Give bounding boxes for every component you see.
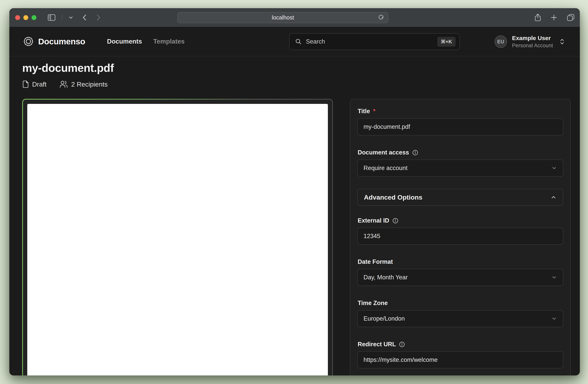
browser-window: localhost xyxy=(9,8,580,375)
external-id-input[interactable] xyxy=(357,228,563,245)
status-text: Draft xyxy=(32,80,46,88)
chevron-down-icon xyxy=(551,165,557,171)
documenso-app: Documenso Documents Templates Search ⌘+K… xyxy=(9,27,580,375)
tab-overview-icon[interactable] xyxy=(567,14,575,21)
advanced-options-toggle[interactable]: Advanced Options xyxy=(357,189,563,206)
app-header: Documenso Documents Templates Search ⌘+K… xyxy=(9,27,580,57)
browser-titlebar: localhost xyxy=(9,8,580,27)
time-zone-select[interactable]: Europe/London xyxy=(357,310,563,327)
info-icon[interactable] xyxy=(392,218,398,224)
pdf-page xyxy=(27,104,328,375)
reload-icon[interactable] xyxy=(378,15,385,21)
time-zone-label: Time Zone xyxy=(358,300,563,307)
user-name: Example User xyxy=(512,35,553,41)
chevron-down-icon xyxy=(551,316,557,322)
new-tab-icon[interactable] xyxy=(550,14,558,21)
search-placeholder: Search xyxy=(306,38,437,45)
minimize-button[interactable] xyxy=(23,15,28,20)
chevrons-up-down-icon xyxy=(559,38,565,45)
search-bar[interactable]: Search ⌘+K xyxy=(289,33,460,50)
document-access-field: Document access Require account xyxy=(357,149,563,177)
document-edit-page: my-document.pdf Draft xyxy=(9,57,580,375)
user-account-type: Personal Account xyxy=(512,43,553,49)
title-label: Title * xyxy=(358,108,563,115)
titlebar-divider xyxy=(62,14,62,21)
documenso-logo-icon xyxy=(23,36,34,47)
document-access-label: Document access xyxy=(358,149,563,156)
brand[interactable]: Documenso xyxy=(23,36,85,47)
file-icon xyxy=(22,80,29,88)
main-nav: Documents Templates xyxy=(107,38,185,45)
search-icon xyxy=(295,38,302,45)
traffic-lights xyxy=(15,15,36,20)
chevron-down-icon xyxy=(551,274,557,280)
users-icon xyxy=(59,80,68,88)
back-button-icon[interactable] xyxy=(82,14,87,21)
redirect-url-field: Redirect URL xyxy=(357,341,563,368)
info-icon[interactable] xyxy=(412,150,418,156)
info-icon[interactable] xyxy=(399,341,405,347)
document-settings-panel: Title * Document access xyxy=(350,99,571,375)
brand-name: Documenso xyxy=(38,37,85,46)
document-meta: Draft 2 Recipients xyxy=(22,80,571,88)
document-preview-card xyxy=(22,99,333,375)
required-asterisk: * xyxy=(373,108,375,115)
time-zone-field: Time Zone Europe/London xyxy=(357,300,563,327)
external-id-field: External ID xyxy=(357,217,563,245)
nav-documents[interactable]: Documents xyxy=(107,38,142,45)
recipients-badge: 2 Recipients xyxy=(59,80,108,88)
status-badge: Draft xyxy=(22,80,46,88)
avatar: EU xyxy=(495,35,507,48)
user-menu[interactable]: EU Example User Personal Account xyxy=(495,27,565,57)
close-button[interactable] xyxy=(15,15,20,20)
sidebar-toggle-icon[interactable] xyxy=(48,14,56,21)
recipients-text: 2 Recipients xyxy=(71,80,108,88)
address-bar[interactable]: localhost xyxy=(177,12,388,23)
fullscreen-button[interactable] xyxy=(32,15,36,20)
redirect-url-input[interactable] xyxy=(357,351,563,368)
document-access-select[interactable]: Require account xyxy=(357,159,563,177)
redirect-url-label: Redirect URL xyxy=(358,341,563,348)
address-bar-url: localhost xyxy=(272,14,294,21)
chevron-up-icon xyxy=(550,194,557,200)
title-field: Title * xyxy=(357,108,563,135)
forward-button-icon[interactable] xyxy=(96,14,101,21)
date-format-field: Date Format Day, Month Year xyxy=(357,258,563,286)
search-shortcut-badge: ⌘+K xyxy=(437,37,456,47)
share-icon[interactable] xyxy=(534,13,541,21)
nav-templates[interactable]: Templates xyxy=(153,38,185,45)
page-title: my-document.pdf xyxy=(22,61,571,74)
date-format-label: Date Format xyxy=(358,258,563,265)
external-id-label: External ID xyxy=(358,217,563,224)
date-format-select[interactable]: Day, Month Year xyxy=(357,269,563,286)
tab-group-chevron-icon[interactable] xyxy=(68,16,73,19)
title-input[interactable] xyxy=(357,118,563,135)
